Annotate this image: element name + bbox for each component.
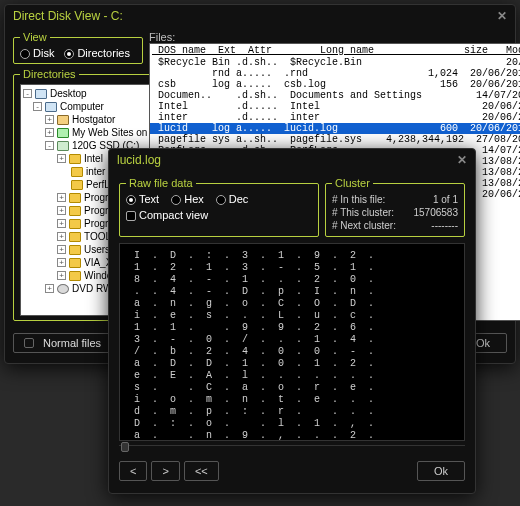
tree-label: Computer xyxy=(60,101,104,112)
directories-legend: Directories xyxy=(20,68,79,80)
folder-icon xyxy=(69,219,81,229)
radio-icon xyxy=(64,49,74,59)
tree-label: Users xyxy=(84,244,110,255)
file-row[interactable]: rnd a..... .rnd 1,024 20/06/2012 xyxy=(150,68,520,79)
toggle-icon[interactable]: + xyxy=(57,258,66,267)
this-cluster-label: # This cluster: xyxy=(332,207,394,218)
raw-data-fieldset: Raw file data Text Hex Dec Compact view xyxy=(119,177,319,237)
main-titlebar[interactable]: Direct Disk View - C: ✕ xyxy=(5,5,515,27)
close-icon[interactable]: ✕ xyxy=(497,9,507,23)
next-cluster-value: -------- xyxy=(431,220,458,231)
tree-item[interactable]: -Computer xyxy=(23,100,147,113)
prev-button[interactable]: < xyxy=(119,461,147,481)
folder-icon xyxy=(69,232,81,242)
radio-icon xyxy=(126,195,136,205)
first-button[interactable]: << xyxy=(184,461,219,481)
tree-item[interactable]: -Desktop xyxy=(23,87,147,100)
view-disk-option[interactable]: Disk xyxy=(20,47,54,59)
view-directories-option[interactable]: Directories xyxy=(64,47,130,59)
dialog-bottom-bar: < > << Ok xyxy=(119,461,465,481)
format-hex-option[interactable]: Hex xyxy=(171,193,204,205)
comp-icon xyxy=(45,102,57,112)
dialog-top-row: Raw file data Text Hex Dec Compact view … xyxy=(119,177,465,237)
format-dec-option[interactable]: Dec xyxy=(216,193,249,205)
dialog-titlebar[interactable]: lucid.log ✕ xyxy=(109,149,475,171)
file-list-header: DOS name Ext Attr Long name size ModDate xyxy=(150,44,520,57)
file-row[interactable]: inter .d..... inter 20/06/2012 xyxy=(150,112,520,123)
checkbox-icon xyxy=(126,211,136,221)
toggle-icon[interactable]: + xyxy=(45,128,54,137)
toggle-icon[interactable]: + xyxy=(57,154,66,163)
next-cluster-label: # Next cluster: xyxy=(332,220,396,231)
files-label: Files: xyxy=(149,31,520,43)
this-cluster-value: 15706583 xyxy=(414,207,459,218)
file-row[interactable]: Documen.. .d.sh.. Documents and Settings… xyxy=(150,90,520,101)
radio-icon xyxy=(216,195,226,205)
raw-data-legend: Raw file data xyxy=(126,177,196,189)
folder-icon xyxy=(71,167,83,177)
desk-icon xyxy=(35,89,47,99)
close-icon[interactable]: ✕ xyxy=(457,153,467,167)
in-file-value: 1 of 1 xyxy=(433,194,458,205)
toggle-icon[interactable]: + xyxy=(45,115,54,124)
folder-icon xyxy=(69,245,81,255)
radio-icon xyxy=(20,49,30,59)
toggle-icon[interactable]: - xyxy=(23,89,32,98)
dialog-title: lucid.log xyxy=(117,153,161,167)
hex-view[interactable]: I . D . : . 3 . 1 . 9 . 2 . 1 . 2 . 1 . … xyxy=(119,243,465,441)
toggle-icon[interactable]: - xyxy=(33,102,42,111)
toggle-icon[interactable]: + xyxy=(57,206,66,215)
cluster-legend: Cluster xyxy=(332,177,373,189)
file-row[interactable]: Intel .d..... Intel 20/06/2012 xyxy=(150,101,520,112)
toggle-icon[interactable]: + xyxy=(57,271,66,280)
slider-thumb-icon[interactable] xyxy=(121,442,129,452)
tree-label: Desktop xyxy=(50,88,87,99)
compact-view-toggle[interactable]: Compact view xyxy=(126,209,208,221)
drive-icon xyxy=(57,141,69,151)
folder-icon xyxy=(69,154,81,164)
tree-label: Intel xyxy=(84,153,103,164)
toggle-icon[interactable]: + xyxy=(57,219,66,228)
folder-icon xyxy=(69,271,81,281)
folder-icon xyxy=(69,193,81,203)
position-slider[interactable] xyxy=(119,445,465,455)
tree-label: inter xyxy=(86,166,105,177)
file-row[interactable]: csb log a..... csb.log 156 20/06/2012 xyxy=(150,79,520,90)
toggle-icon[interactable]: + xyxy=(45,284,54,293)
toggle-icon[interactable]: - xyxy=(45,141,54,150)
dvd-icon xyxy=(57,284,69,294)
format-text-option[interactable]: Text xyxy=(126,193,159,205)
cluster-fieldset: Cluster # In this file:1 of 1 # This clu… xyxy=(325,177,465,237)
ok-button[interactable]: Ok xyxy=(417,461,465,481)
tree-item[interactable]: +Hostgator xyxy=(23,113,147,126)
next-button[interactable]: > xyxy=(151,461,179,481)
toggle-icon[interactable]: + xyxy=(57,245,66,254)
toggle-icon[interactable]: + xyxy=(57,232,66,241)
folder-icon xyxy=(69,258,81,268)
dialog-body: Raw file data Text Hex Dec Compact view … xyxy=(109,171,475,491)
view-fieldset: View Disk Directories xyxy=(13,31,143,64)
net-icon xyxy=(57,115,69,125)
in-file-label: # In this file: xyxy=(332,194,385,205)
folder-icon xyxy=(71,180,83,190)
tree-label: My Web Sites on xyxy=(72,127,147,138)
view-legend: View xyxy=(20,31,50,43)
radio-icon xyxy=(171,195,181,205)
toggle-icon[interactable]: + xyxy=(57,193,66,202)
tree-label: Hostgator xyxy=(72,114,115,125)
lucid-dialog: lucid.log ✕ Raw file data Text Hex Dec C… xyxy=(108,148,476,494)
checkbox-icon xyxy=(24,338,34,348)
tree-item[interactable]: +My Web Sites on xyxy=(23,126,147,139)
nav-buttons: < > << xyxy=(119,461,219,481)
folder-icon xyxy=(69,206,81,216)
web-icon xyxy=(57,128,69,138)
file-row[interactable]: $Recycle Bin .d.sh.. $Recycle.Bin 20/06/… xyxy=(150,57,520,68)
normal-files-toggle[interactable]: Normal files xyxy=(13,333,112,353)
file-row[interactable]: lucid log a..... lucid.log 600 20/06/201… xyxy=(150,123,520,134)
main-title: Direct Disk View - C: xyxy=(13,9,123,23)
normal-files-label: Normal files xyxy=(43,337,101,349)
file-row[interactable]: pagefile sys a..sh.. pagefile.sys 4,238,… xyxy=(150,134,520,145)
